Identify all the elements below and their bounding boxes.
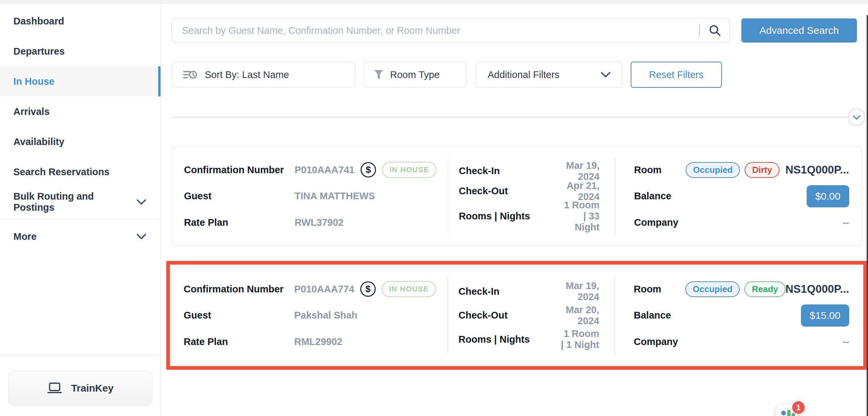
sidebar-item-availability[interactable]: Availability: [0, 127, 160, 157]
company-label: Company: [634, 336, 684, 347]
reservation-card[interactable]: Confirmation Number P010AAA774 $ IN HOUS…: [171, 266, 862, 365]
room-number-value: NS1Q000P...: [785, 283, 849, 295]
rooms-nights-value: 1 Room | 1 Night: [559, 328, 599, 350]
room-number-value: NS1Q000P...: [779, 163, 849, 176]
sidebar-item-departures[interactable]: Departures: [0, 36, 160, 66]
rate-plan-label: Rate Plan: [184, 336, 294, 347]
balance-label: Balance: [634, 310, 684, 321]
sidebar-item-label: Arrivals: [13, 106, 50, 117]
guest-label: Guest: [184, 191, 294, 202]
magnifier-icon[interactable]: [709, 24, 721, 37]
check-in-label: Check-In: [459, 165, 559, 177]
sidebar: Dashboard Departures In House Arrivals A…: [0, 3, 161, 416]
sidebar-item-search-reservations[interactable]: Search Reservations: [0, 157, 160, 187]
chevron-down-icon: [852, 115, 861, 120]
sidebar-footer: TrainKey: [0, 355, 160, 416]
additional-filters-label: Additional Filters: [488, 69, 559, 81]
filter-row: Sort By: Last Name Room Type Additional …: [172, 62, 862, 88]
company-value: --: [684, 336, 849, 347]
sidebar-item-arrivals[interactable]: Arrivals: [0, 96, 160, 127]
sort-by-button[interactable]: Sort By: Last Name: [172, 62, 355, 88]
reservation-card[interactable]: Confirmation Number P010AAA741 $ IN HOUS…: [172, 147, 862, 246]
sidebar-divider: [0, 219, 160, 219]
room-status-occupied-pill: Occupied: [686, 162, 740, 178]
company-label: Company: [634, 217, 684, 228]
sidebar-item-label: Departures: [13, 46, 65, 57]
confirmation-number-value: P010AAA774: [294, 284, 354, 295]
search-row: Advanced Search: [172, 19, 862, 42]
dollar-circle-icon[interactable]: $: [361, 162, 376, 178]
sidebar-item-bulk-routing[interactable]: Bulk Routing and Postings: [0, 187, 160, 217]
room-status-dirty-pill: Dirty: [745, 162, 779, 178]
card-dates-column: Check-In Mar 19, 2024 Check-Out Apr 21, …: [448, 147, 615, 245]
check-out-value: Mar 20, 2024: [559, 305, 599, 327]
top-strip: [0, 0, 868, 3]
room-label: Room: [634, 164, 684, 175]
sidebar-item-label: In House: [13, 76, 54, 87]
reset-filters-button[interactable]: Reset Filters: [631, 62, 722, 88]
funnel-icon: [374, 70, 383, 80]
company-value: --: [684, 217, 849, 228]
section-divider: [172, 108, 862, 126]
confirmation-number-label: Confirmation Number: [184, 284, 294, 295]
highlight-rectangle: Confirmation Number P010AAA774 $ IN HOUS…: [166, 261, 867, 370]
sidebar-item-label: More: [13, 231, 36, 242]
chevron-down-icon: [136, 199, 147, 205]
card-guest-column: Confirmation Number P010AAA741 $ IN HOUS…: [172, 147, 448, 245]
rooms-nights-label: Rooms | Nights: [459, 211, 559, 222]
rooms-nights-value: 1 Room | 33 Night: [559, 200, 599, 233]
room-type-button[interactable]: Room Type: [364, 62, 466, 88]
sidebar-item-in-house[interactable]: In House: [0, 66, 160, 96]
guest-label: Guest: [184, 310, 294, 321]
search-input[interactable]: [182, 25, 696, 36]
check-out-value: Apr 21, 2024: [559, 180, 599, 202]
room-label: Room: [634, 284, 684, 295]
sidebar-item-label: Bulk Routing and Postings: [13, 191, 136, 213]
in-house-badge: IN HOUSE: [382, 162, 436, 178]
check-out-label: Check-Out: [459, 186, 559, 197]
room-type-label: Room Type: [390, 69, 440, 81]
guest-value: TINA MATTHEWS: [294, 191, 375, 202]
sidebar-nav: Dashboard Departures In House Arrivals A…: [0, 3, 160, 252]
balance-button[interactable]: $0.00: [807, 185, 849, 207]
rooms-nights-label: Rooms | Nights: [459, 334, 559, 345]
confirmation-number-value: P010AAA741: [294, 164, 354, 175]
rate-plan-value: RWL37902: [294, 217, 343, 228]
confirmation-number-label: Confirmation Number: [184, 164, 294, 175]
sidebar-item-label: Dashboard: [13, 16, 64, 27]
balance-button[interactable]: $15.00: [801, 305, 849, 327]
check-in-value: Mar 19, 2024: [559, 160, 599, 182]
laptop-icon: [47, 382, 62, 394]
chevron-down-icon: [600, 72, 611, 78]
card-room-column: Room Occupied Ready NS1Q000P... Balance …: [614, 266, 862, 364]
sidebar-item-label: Availability: [13, 136, 64, 148]
sort-lines-clock-icon: [183, 69, 197, 81]
advanced-search-button[interactable]: Advanced Search: [741, 19, 857, 42]
dollar-circle-icon[interactable]: $: [360, 281, 376, 297]
sort-by-label: Sort By: Last Name: [205, 69, 289, 81]
chevron-down-icon: [136, 233, 147, 239]
divider-line: [172, 117, 848, 118]
search-separator: [699, 24, 700, 37]
in-house-badge: IN HOUSE: [382, 281, 436, 297]
sidebar-item-more[interactable]: More: [0, 221, 160, 252]
search-box[interactable]: [172, 19, 730, 42]
check-in-label: Check-In: [459, 286, 559, 297]
balance-label: Balance: [634, 191, 684, 202]
check-in-value: Mar 19, 2024: [559, 280, 599, 302]
trainkey-label: TrainKey: [71, 383, 114, 394]
additional-filters-button[interactable]: Additional Filters: [476, 62, 622, 88]
card-guest-column: Confirmation Number P010AAA774 $ IN HOUS…: [172, 266, 447, 364]
sidebar-item-dashboard[interactable]: Dashboard: [0, 6, 160, 36]
card-dates-column: Check-In Mar 19, 2024 Check-Out Mar 20, …: [447, 266, 614, 364]
screen-edge-artifact: [867, 15, 868, 416]
main-content: Advanced Search Sort By: Last Name: [161, 3, 868, 416]
sidebar-item-label: Search Reservations: [13, 166, 110, 178]
collapse-toggle-button[interactable]: [848, 108, 865, 126]
room-status-ready-pill: Ready: [744, 281, 785, 297]
chat-notification-badge[interactable]: 1: [792, 401, 805, 414]
card-room-column: Room Occupied Dirty NS1Q000P... Balance …: [615, 147, 862, 245]
trainkey-button[interactable]: TrainKey: [8, 371, 153, 406]
rate-plan-value: RML29902: [294, 336, 342, 347]
guest-value: Pakshal Shah: [294, 310, 358, 321]
